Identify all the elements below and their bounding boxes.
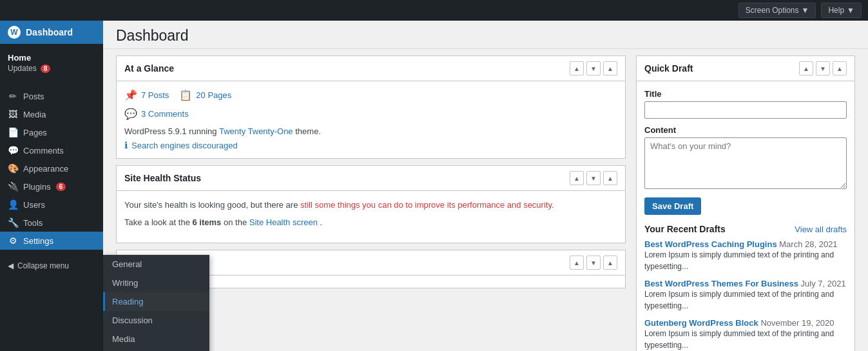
draft-date-3: November 19, 2020 [760,318,834,328]
draft-item-1: Best WordPress Caching Plugins March 28,… [644,239,847,272]
sidebar-logo[interactable]: W Dashboard [0,21,103,44]
sidebar-logo-label: Dashboard [26,27,73,37]
save-draft-button[interactable]: Save Draft [644,197,701,215]
updates-row[interactable]: Updates 8 [8,64,95,73]
collapse-down-button[interactable]: ▼ [816,61,830,75]
draft-date-2: July 7, 2021 [801,279,846,288]
theme-link[interactable]: Twenty Twenty-One [219,126,293,136]
content-form-group: Content [644,125,847,191]
updates-label: Updates [8,64,37,73]
at-a-glance-panel: At a Glance ▲ ▼ ▲ 📌 7 Posts [116,55,626,159]
collapse-down-button[interactable]: ▼ [586,61,601,75]
draft-title-input[interactable] [644,101,847,119]
submenu-item-permalinks[interactable]: Permalinks [103,348,209,351]
sidebar-item-label: Posts [23,92,44,101]
layout: W Dashboard Home Updates 8 ✏ Posts 🖼 Med… [0,21,868,351]
sidebar-item-settings[interactable]: ⚙ Settings [0,232,103,250]
draft-title-link-1[interactable]: Best WordPress Caching Plugins [644,239,777,249]
at-a-glance-body: 📌 7 Posts 📋 20 Pages 💬 3 Comments [117,81,625,158]
posts-link[interactable]: 7 Posts [141,90,169,100]
quick-draft-controls: ▲ ▼ ▲ [799,61,847,75]
recent-drafts-section: Your Recent Drafts View all drafts Best … [644,224,847,351]
health-items-count: 6 items [193,217,222,227]
sidebar-item-label: Settings [23,236,53,246]
draft-title-link-3[interactable]: Gutenberg WordPress Block [644,318,758,328]
collapse-down-button[interactable]: ▼ [586,256,601,270]
info-icon: ℹ [124,140,128,150]
sidebar-nav: ✏ Posts 🖼 Media 📄 Pages 💬 Comments 🎨 App… [0,82,103,255]
collapse-down-button[interactable]: ▼ [586,171,601,185]
sidebar-item-media[interactable]: 🖼 Media [0,105,103,123]
screen-options-button[interactable]: Screen Options ▼ [738,3,816,18]
sidebar-item-pages[interactable]: 📄 Pages [0,123,103,141]
comments-link[interactable]: 3 Comments [141,109,189,119]
search-engines-link[interactable]: Search engines discouraged [131,141,238,150]
draft-item-2: Best WordPress Themes For Business July … [644,279,847,312]
sidebar-item-label: Plugins [23,182,51,192]
draft-title-link-2[interactable]: Best WordPress Themes For Business [644,279,798,288]
at-a-glance-controls: ▲ ▼ ▲ [570,61,617,75]
submenu-item-discussion[interactable]: Discussion [103,311,209,330]
content-area: At a Glance ▲ ▼ ▲ 📌 7 Posts [103,49,868,351]
draft-content-input[interactable] [644,137,847,189]
collapse-label: Collapse menu [17,261,69,270]
pages-link[interactable]: 20 Pages [196,90,231,100]
sidebar-item-comments[interactable]: 💬 Comments [0,141,103,159]
home-label[interactable]: Home [8,53,95,63]
title-label: Title [644,89,847,99]
pages-icon: 📄 [8,127,18,137]
hide-button[interactable]: ▲ [833,61,847,75]
sidebar-item-label: Pages [23,128,47,137]
sidebar-item-plugins[interactable]: 🔌 Plugins 6 [0,177,103,196]
updates-badge: 8 [41,65,51,73]
users-icon: 👤 [8,199,18,210]
chevron-down-icon: ▼ [802,6,809,15]
glance-pages-stat[interactable]: 📋 20 Pages [179,89,231,101]
sidebar-item-label: Tools [23,218,43,228]
search-warning[interactable]: ℹ Search engines discouraged [124,140,617,150]
help-button[interactable]: Help ▼ [821,3,862,18]
collapse-up-button[interactable]: ▲ [799,61,813,75]
post-icon: 📌 [124,89,137,101]
view-all-drafts-link[interactable]: View all drafts [795,225,847,234]
collapse-up-button[interactable]: ▲ [570,256,584,270]
drafts-header: Your Recent Drafts View all drafts [644,224,847,234]
draft-excerpt-1: Lorem Ipsum is simply dummied text of th… [644,249,847,272]
collapse-menu[interactable]: ◀ Collapse menu [0,257,103,274]
media-icon: 🖼 [8,109,18,119]
title-form-group: Title [644,89,847,119]
wordpress-icon: W [8,26,21,39]
collapse-up-button[interactable]: ▲ [570,61,584,75]
hide-button[interactable]: ▲ [603,256,617,270]
site-health-link[interactable]: Site Health screen [249,217,318,227]
sidebar-item-appearance[interactable]: 🎨 Appearance [0,159,103,177]
hide-button[interactable]: ▲ [603,61,617,75]
drafts-title: Your Recent Drafts [644,224,726,234]
sidebar-item-users[interactable]: 👤 Users [0,196,103,214]
page-title: Dashboard [116,27,855,45]
settings-icon: ⚙ [8,236,18,246]
glance-stats: 📌 7 Posts 📋 20 Pages [124,89,617,101]
sidebar-item-posts[interactable]: ✏ Posts [0,87,103,105]
glance-posts-stat[interactable]: 📌 7 Posts [124,89,169,101]
main-content: Dashboard At a Glance ▲ ▼ ▲ [103,21,868,351]
glance-comments-stat[interactable]: 💬 3 Comments [124,108,617,120]
draft-date-1: March 28, 2021 [779,239,837,249]
recently-published-controls: ▲ ▼ ▲ [570,256,617,270]
settings-submenu: General Writing Reading Discussion Media… [103,255,209,351]
at-a-glance-header: At a Glance ▲ ▼ ▲ [117,56,625,81]
collapse-up-button[interactable]: ▲ [570,171,584,185]
wp-info: WordPress 5.9.1 running Twenty Twenty-On… [124,126,617,136]
hide-button[interactable]: ▲ [603,171,617,185]
submenu-item-reading[interactable]: Reading [103,292,209,311]
collapse-icon: ◀ [8,261,14,270]
submenu-item-writing[interactable]: Writing [103,274,209,292]
submenu-item-media[interactable]: Media [103,330,209,348]
sidebar-item-label: Appearance [23,164,68,174]
quick-draft-header: Quick Draft ▲ ▼ ▲ [637,56,854,81]
sidebar-home: Home Updates 8 [0,49,103,77]
sidebar-item-tools[interactable]: 🔧 Tools [0,214,103,232]
posts-icon: ✏ [8,91,18,101]
submenu-item-general[interactable]: General [103,255,209,274]
plugins-icon: 🔌 [8,181,18,192]
